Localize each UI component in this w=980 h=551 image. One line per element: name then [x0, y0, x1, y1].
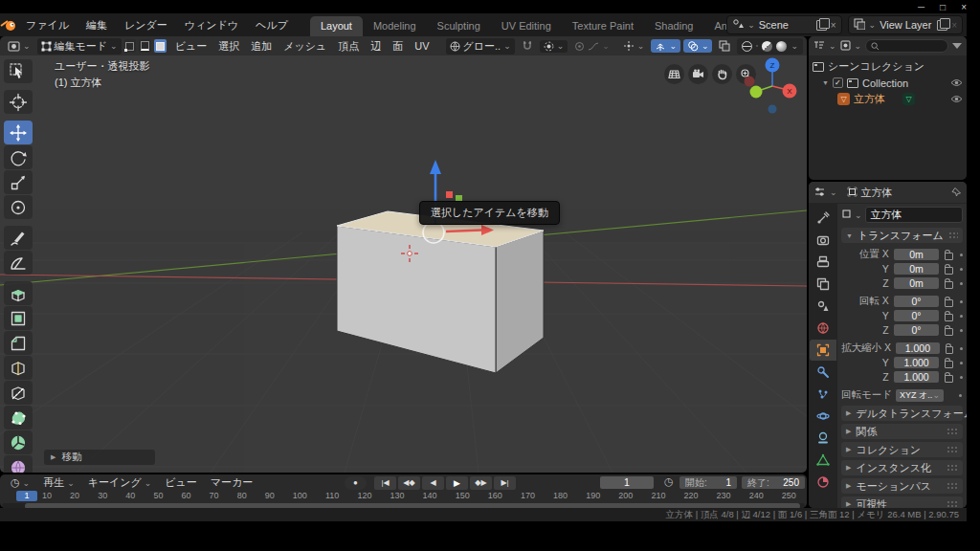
animate-dot-icon[interactable] [960, 282, 963, 285]
animate-dot-icon[interactable] [959, 394, 962, 397]
lock-icon[interactable] [945, 253, 953, 260]
tab-world[interactable] [810, 318, 836, 339]
maximize-button[interactable]: □ [940, 2, 946, 12]
solid-shading-button[interactable] [756, 45, 758, 47]
menu-item[interactable]: 面 [387, 39, 409, 54]
tool-annotate[interactable] [4, 226, 33, 250]
panel-header[interactable]: 可視性 [841, 496, 963, 508]
tab-object[interactable] [810, 340, 836, 361]
tool-bevel[interactable] [4, 331, 33, 355]
tool-select-box[interactable] [4, 59, 33, 83]
editor-type-button[interactable] [4, 39, 34, 54]
animate-dot-icon[interactable] [960, 376, 963, 379]
tool-measure[interactable] [4, 251, 33, 275]
mode-dropdown[interactable]: 編集モード [37, 38, 122, 55]
eye-visibility-icon[interactable] [950, 94, 963, 105]
axis-ball-negative-z[interactable] [768, 105, 777, 114]
menu-item[interactable]: 頂点 [332, 39, 365, 54]
lock-icon[interactable] [945, 281, 953, 289]
face-select-button[interactable] [154, 39, 167, 53]
gizmo-x-arrow[interactable] [446, 231, 481, 232]
close-button[interactable]: × [961, 2, 967, 12]
marker-menu[interactable]: マーカー [205, 475, 259, 490]
animate-dot-icon[interactable] [960, 300, 963, 303]
menu-item[interactable]: 追加 [245, 39, 278, 54]
object-name-field[interactable]: 立方体 [865, 207, 963, 223]
workspace-tab[interactable]: Sculpting [427, 16, 491, 36]
operator-panel[interactable]: 移動 [44, 450, 155, 465]
rotation-mode-dropdown[interactable]: XYZ オ.. [896, 389, 944, 402]
tool-extrude-region[interactable] [4, 281, 33, 305]
new-scene-icon[interactable] [816, 20, 827, 31]
tool-transform[interactable] [4, 195, 33, 219]
value-field[interactable]: 1.000 [894, 357, 940, 368]
tab-material[interactable] [810, 472, 836, 493]
menu-item[interactable]: ヘルプ [247, 18, 297, 33]
snap-toggle-button[interactable] [518, 39, 537, 53]
keying-menu[interactable]: キーイング [82, 475, 158, 490]
value-field[interactable]: 1.000 [894, 371, 940, 383]
camera-view-icon[interactable] [688, 64, 708, 84]
filter-mode-icon[interactable] [813, 40, 825, 52]
panel-header[interactable]: コレクション [841, 442, 963, 457]
lock-icon[interactable] [945, 267, 953, 275]
animate-dot-icon[interactable] [960, 268, 963, 271]
value-field[interactable]: 1.000 [896, 342, 940, 354]
tool-scale[interactable] [4, 170, 33, 194]
menu-item[interactable]: ビュー [169, 39, 213, 54]
jump-to-start-button[interactable]: |◀ [374, 476, 396, 490]
panel-header[interactable]: インスタンス化 [841, 460, 963, 475]
navigation-gizmo[interactable]: Z X [737, 55, 799, 118]
orientation-dropdown[interactable]: グロー.. [446, 38, 515, 55]
display-mode-icon[interactable] [840, 40, 851, 53]
view-menu[interactable]: ビュー [159, 475, 203, 490]
perspective-toggle-icon[interactable] [664, 64, 684, 84]
menu-item[interactable]: メッシュ [278, 39, 332, 54]
lock-icon[interactable] [945, 375, 953, 383]
pin-icon[interactable] [951, 187, 962, 199]
workspace-tab[interactable]: Animation [703, 16, 726, 36]
xray-toggle-button[interactable] [715, 39, 734, 53]
panel-header[interactable]: 関係 [841, 424, 963, 439]
minimize-button[interactable]: ─ [918, 2, 924, 12]
playback-menu[interactable]: 再生 [37, 475, 80, 490]
overlays-toggle-dropdown[interactable] [683, 39, 713, 53]
playhead[interactable]: 1 [16, 491, 37, 501]
menu-item[interactable]: 選択 [212, 39, 245, 54]
record-button[interactable]: ● [345, 476, 367, 490]
eye-visibility-icon[interactable] [950, 77, 963, 89]
tab-output[interactable] [810, 252, 836, 273]
rendered-shading-icon[interactable] [776, 41, 787, 52]
outliner-row-collection[interactable]: ✓ Collection [822, 75, 963, 91]
lock-icon[interactable] [945, 314, 953, 321]
view-layer-selector[interactable]: View Layer × [848, 15, 963, 34]
axis-ball-y[interactable] [750, 86, 763, 99]
panel-header[interactable]: モーションパス [841, 478, 963, 494]
tab-constraints[interactable] [810, 428, 836, 449]
play-reverse-button[interactable]: ◀ [422, 476, 444, 490]
tab-render[interactable] [810, 230, 836, 251]
blender-logo-icon[interactable] [0, 18, 17, 32]
vertex-select-button[interactable] [124, 39, 137, 53]
value-field[interactable]: 0° [894, 296, 940, 307]
menu-item[interactable]: ファイル [17, 18, 78, 33]
proportional-edit-button[interactable] [570, 40, 613, 53]
jump-to-end-button[interactable]: ▶| [494, 476, 516, 490]
value-field[interactable]: 0m [894, 249, 940, 260]
remove-view-layer-icon[interactable]: × [951, 20, 957, 31]
tab-physics[interactable] [810, 406, 836, 427]
wireframe-shading-icon[interactable] [742, 41, 752, 52]
play-button[interactable]: ▶ [446, 476, 468, 490]
workspace-tab[interactable]: Layout [310, 16, 363, 36]
animate-dot-icon[interactable] [960, 253, 963, 256]
tool-spin[interactable] [4, 430, 33, 454]
unlink-scene-icon[interactable]: × [831, 20, 836, 31]
animate-dot-icon[interactable] [960, 347, 963, 350]
tool-cursor[interactable] [4, 90, 33, 114]
workspace-tab[interactable]: Shading [644, 16, 703, 36]
outliner-search-input[interactable] [865, 39, 948, 53]
menu-item[interactable]: 辺 [365, 39, 387, 54]
pivot-point-dropdown[interactable] [619, 39, 649, 53]
tab-particles[interactable] [810, 384, 836, 405]
value-field[interactable]: 0m [894, 263, 940, 275]
